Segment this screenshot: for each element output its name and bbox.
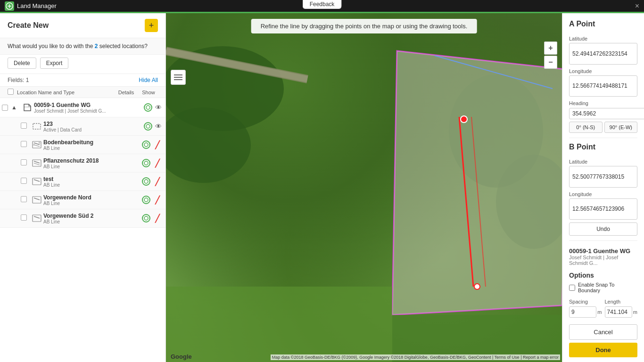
child-name: Vorgewende Süd 2 xyxy=(43,213,142,219)
a-point-title: A Point xyxy=(569,20,637,28)
spacing-unit: m xyxy=(597,309,602,315)
spacing-input-row: m xyxy=(569,306,602,318)
spacing-input[interactable] xyxy=(569,306,596,318)
panel-divider xyxy=(569,138,637,138)
child-delete-action[interactable]: ╱ xyxy=(153,140,162,149)
svg-line-20 xyxy=(34,198,40,200)
child-info: test AB Line xyxy=(43,176,142,188)
app-title-text: Land Manager xyxy=(17,2,57,9)
length-input-row: m xyxy=(605,306,638,318)
child-delete-action[interactable]: ╱ xyxy=(153,196,162,204)
abline-icon xyxy=(30,193,43,206)
heading-row: 🔒 xyxy=(569,107,637,120)
spacing-length-inputs: m m xyxy=(569,306,637,318)
child-delete-action[interactable]: ╱ xyxy=(153,214,162,222)
child-sub: AB Line xyxy=(43,201,142,206)
abline-icon xyxy=(30,212,43,225)
delete-button[interactable]: Delete xyxy=(8,58,36,69)
child-green-action[interactable] xyxy=(142,196,150,204)
east-west-button[interactable]: 90° (E-W) xyxy=(604,122,638,133)
location-info: 00059-1 Guenthe WG Josef Schmidt | Josef… xyxy=(34,102,144,114)
svg-line-23 xyxy=(34,216,40,218)
svg-point-21 xyxy=(144,198,148,202)
child-sub: AB Line xyxy=(43,182,142,188)
svg-line-13 xyxy=(34,161,40,163)
heading-input[interactable] xyxy=(569,108,644,119)
child-checkbox[interactable] xyxy=(21,141,27,147)
heading-label: Heading xyxy=(569,100,637,106)
a-longitude-input[interactable] xyxy=(569,75,637,97)
svg-point-11 xyxy=(144,143,148,147)
b-latitude-input[interactable] xyxy=(569,166,637,188)
snap-to-boundary-label[interactable]: Enable Snap To Boundary xyxy=(578,282,637,293)
svg-point-18 xyxy=(144,180,148,183)
child-name: 123 xyxy=(43,121,144,127)
map-controls: + − xyxy=(544,41,557,69)
close-button[interactable]: × xyxy=(635,2,639,10)
feedback-tab[interactable]: Feedback xyxy=(303,0,342,9)
action-buttons: Delete Export xyxy=(0,55,165,74)
svg-line-8 xyxy=(34,145,40,147)
location-name-right: 00059-1 Guenthe WG xyxy=(569,247,637,255)
child-green-action[interactable] xyxy=(142,214,150,222)
export-button[interactable]: Export xyxy=(40,58,69,69)
child-checkbox[interactable] xyxy=(21,214,27,221)
length-input[interactable] xyxy=(605,306,632,318)
child-checkbox[interactable] xyxy=(21,123,27,129)
fields-header: Fields: 1 Hide All xyxy=(0,74,165,87)
direction-buttons: 0° (N-S) 90° (E-W) xyxy=(569,122,637,133)
zoom-out-button[interactable]: − xyxy=(544,56,557,69)
done-button[interactable]: Done xyxy=(569,343,637,357)
child-checkbox[interactable] xyxy=(21,159,27,165)
child-delete-action[interactable]: ╱ xyxy=(153,159,162,167)
right-panel: A Point Latitude Longitude Heading 🔒 0° … xyxy=(562,13,644,362)
child-info: Vorgewende Süd 2 AB Line xyxy=(43,213,142,224)
zoom-in-button[interactable]: + xyxy=(544,41,557,55)
svg-point-3 xyxy=(146,106,150,109)
spacing-label: Spacing xyxy=(569,299,602,304)
svg-line-17 xyxy=(34,180,40,181)
length-label: Length xyxy=(605,299,638,304)
child-eye-icon[interactable]: 👁 xyxy=(155,123,162,130)
child-info: Bodenbearbeitung AB Line xyxy=(43,139,142,151)
child-name: test xyxy=(43,176,142,182)
length-group: m xyxy=(605,306,638,318)
list-item: 123 Active | Data Card 👁 xyxy=(0,117,165,135)
abline-icon xyxy=(30,175,43,188)
svg-point-15 xyxy=(144,161,148,165)
child-checkbox[interactable] xyxy=(21,178,27,184)
child-green-action[interactable] xyxy=(142,159,150,167)
child-actions: ╱ xyxy=(142,140,162,149)
child-green-action[interactable] xyxy=(144,122,152,131)
create-new-label: Create New xyxy=(8,21,49,30)
expand-icon[interactable]: ▲ xyxy=(11,104,21,111)
snap-to-boundary-checkbox[interactable] xyxy=(569,285,575,291)
main-location-checkbox[interactable] xyxy=(2,105,8,111)
child-sub: Active | Data Card xyxy=(43,127,144,132)
svg-point-24 xyxy=(144,216,148,220)
map-area[interactable]: Refine the line by dragging the points o… xyxy=(166,13,562,362)
undo-button[interactable]: Undo xyxy=(569,222,637,236)
child-delete-action[interactable]: ╱ xyxy=(153,177,162,186)
svg-rect-4 xyxy=(33,123,41,129)
child-name: Vorgewende Nord xyxy=(43,194,142,201)
child-sub: AB Line xyxy=(43,164,142,169)
svg-point-5 xyxy=(146,124,150,128)
child-checkbox[interactable] xyxy=(21,196,27,202)
child-green-action[interactable] xyxy=(142,177,150,186)
hide-all-link[interactable]: Hide All xyxy=(139,77,158,83)
child-green-action[interactable] xyxy=(142,140,150,149)
location-eye-icon[interactable]: 👁 xyxy=(155,104,162,111)
create-new-button[interactable]: + xyxy=(145,19,158,32)
list-item: Vorgewende Nord AB Line ╱ xyxy=(0,190,165,209)
location-green-action[interactable] xyxy=(144,103,152,112)
list-view-button[interactable] xyxy=(171,70,186,85)
longitude-label: Longitude xyxy=(569,68,637,74)
a-latitude-input[interactable] xyxy=(569,43,637,65)
svg-line-14 xyxy=(34,163,40,165)
cancel-button[interactable]: Cancel xyxy=(569,324,637,340)
north-south-button[interactable]: 0° (N-S) xyxy=(569,122,603,133)
header-checkbox[interactable] xyxy=(8,89,14,95)
list-item: Pflanzenschutz 2018 AB Line ╱ xyxy=(0,154,165,172)
b-longitude-input[interactable] xyxy=(569,198,637,220)
